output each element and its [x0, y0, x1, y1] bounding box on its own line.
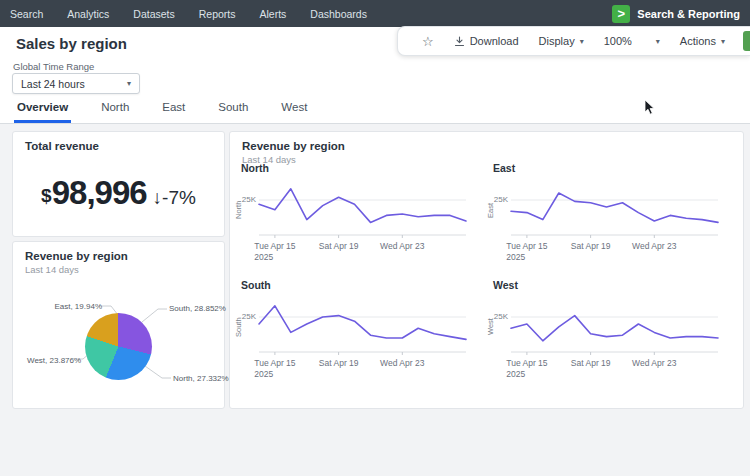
line-chart-south: South South 25K Tue Apr 15 2025 Sat Apr … [230, 279, 480, 391]
nav-item-analytics[interactable]: Analytics [55, 8, 121, 20]
x-axis: Tue Apr 15 2025 Sat Apr 19 Wed Apr 23 [511, 358, 718, 382]
tab-south[interactable]: South [215, 101, 251, 123]
actions-label: Actions [680, 35, 716, 47]
display-menu[interactable]: Display ▾ [529, 27, 594, 55]
app-bar: > Search & Reporting [612, 5, 750, 23]
x-tick: Tue Apr 15 2025 [506, 241, 547, 263]
line-chart-north: North North 25K Tue Apr 15 2025 Sat Apr … [230, 162, 480, 274]
tab-overview[interactable]: Overview [14, 101, 71, 123]
panel-title: Revenue by region [13, 242, 224, 262]
pie-chart: East, 19.94% South, 28.852% West, 23.876… [13, 297, 226, 407]
chart-title: East [493, 162, 515, 174]
nav-item-alerts[interactable]: Alerts [248, 8, 299, 20]
app-name: Search & Reporting [637, 8, 740, 20]
y-axis-tick: 25K [490, 312, 508, 321]
line-plot [511, 296, 718, 356]
panel-title: Total revenue [13, 132, 224, 152]
line-chart-west: West West 25K Tue Apr 15 2025 Sat Apr 19… [482, 279, 732, 391]
pie-label-west: West, 23.876% [27, 356, 81, 365]
nav-item-search[interactable]: Search [0, 8, 55, 20]
download-label: Download [470, 35, 519, 47]
y-axis-tick: 25K [238, 195, 256, 204]
panel-title: Revenue by region [230, 132, 743, 152]
kpi-value: $98,996↓-7% [13, 174, 224, 212]
pie-circle [85, 313, 152, 380]
tab-north[interactable]: North [98, 101, 132, 123]
x-tick: Tue Apr 15 2025 [506, 358, 547, 380]
x-axis: Tue Apr 15 2025 Sat Apr 19 Wed Apr 23 [259, 358, 466, 382]
kpi-number: 98,996 [52, 174, 147, 211]
line-plot [259, 296, 466, 356]
x-tick: Sat Apr 19 [571, 241, 611, 252]
pie-label-north: North, 27.332% [173, 374, 229, 383]
x-tick: Wed Apr 23 [380, 241, 424, 252]
chart-title: West [493, 279, 518, 291]
x-axis: Tue Apr 15 2025 Sat Apr 19 Wed Apr 23 [259, 241, 466, 265]
tab-east[interactable]: East [159, 101, 188, 123]
pie-label-east: East, 19.94% [54, 302, 102, 311]
pie-panel: Revenue by region Last 14 days East, 19.… [12, 241, 225, 409]
x-tick: Sat Apr 19 [319, 358, 359, 369]
top-nav: Search Analytics Datasets Reports Alerts… [0, 0, 750, 27]
kpi-delta: -7% [162, 187, 196, 208]
line-plot [259, 179, 466, 239]
trend-down-icon: ↓ [153, 187, 163, 208]
edit-button[interactable]: Edit [743, 31, 750, 51]
x-tick: Sat Apr 19 [319, 241, 359, 252]
line-plot [511, 179, 718, 239]
chart-title: North [241, 162, 269, 174]
nav-item-dashboards[interactable]: Dashboards [298, 8, 379, 20]
star-icon: ☆ [422, 35, 434, 48]
tab-bar: Overview North East South West [14, 101, 310, 123]
x-tick: Wed Apr 23 [632, 358, 676, 369]
revenue-lines-panel: Revenue by region Last 14 days North Nor… [229, 131, 744, 409]
display-label: Display [539, 35, 575, 47]
download-icon [454, 36, 465, 47]
y-axis-tick: 25K [490, 195, 508, 204]
zoom-value: 100% [604, 35, 632, 47]
x-axis: Tue Apr 15 2025 Sat Apr 19 Wed Apr 23 [511, 241, 718, 265]
splunk-logo-icon[interactable]: > [612, 5, 630, 23]
tab-west[interactable]: West [278, 101, 310, 123]
total-revenue-panel: Total revenue $98,996↓-7% [12, 131, 225, 237]
chevron-down-icon: ▾ [656, 37, 660, 46]
x-tick: Tue Apr 15 2025 [254, 358, 295, 380]
y-axis-tick: 25K [238, 312, 256, 321]
x-tick: Tue Apr 15 2025 [254, 241, 295, 263]
chevron-down-icon: ▾ [127, 79, 131, 88]
page-title: Sales by region [16, 35, 127, 52]
favorite-button[interactable]: ☆ [412, 27, 444, 55]
chevron-down-icon: ▾ [580, 37, 584, 46]
chevron-down-icon: ▾ [721, 37, 725, 46]
time-range-label: Global Time Range [13, 61, 94, 72]
nav-item-reports[interactable]: Reports [187, 8, 248, 20]
nav-item-datasets[interactable]: Datasets [121, 8, 186, 20]
x-tick: Sat Apr 19 [571, 358, 611, 369]
chart-title: South [241, 279, 271, 291]
pie-label-south: South, 28.852% [169, 304, 226, 313]
dashboard-toolbar: ☆ Download Display ▾ 100% ▾ Actions ▾ Ed… [397, 26, 750, 56]
download-button[interactable]: Download [444, 27, 529, 55]
time-range-value: Last 24 hours [21, 78, 85, 90]
zoom-level[interactable]: 100% [594, 27, 642, 55]
line-chart-east: East East 25K Tue Apr 15 2025 Sat Apr 19… [482, 162, 732, 274]
x-tick: Wed Apr 23 [632, 241, 676, 252]
time-range-dropdown[interactable]: Last 24 hours ▾ [12, 73, 140, 94]
zoom-dropdown[interactable]: ▾ [646, 27, 670, 55]
currency-symbol: $ [41, 185, 52, 206]
actions-menu[interactable]: Actions ▾ [670, 27, 735, 55]
x-tick: Wed Apr 23 [380, 358, 424, 369]
panel-subtitle: Last 14 days [13, 262, 224, 275]
